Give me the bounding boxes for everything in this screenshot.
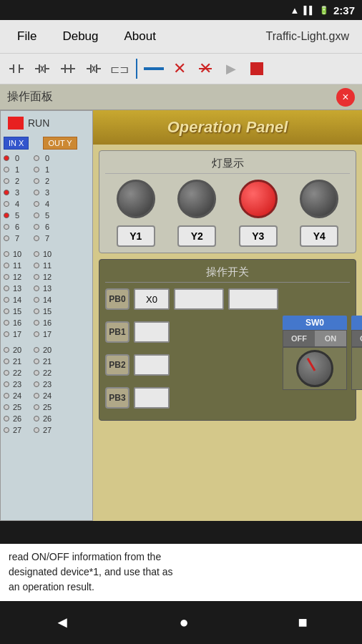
out-dot	[34, 167, 39, 172]
empty-input-2	[134, 354, 170, 376]
toolbar-btn-3[interactable]	[56, 57, 80, 81]
io-row: 21 21	[4, 356, 89, 367]
pb0-button[interactable]: PB0	[105, 288, 129, 310]
pb3-button[interactable]: PB3	[105, 387, 129, 409]
in-dot	[4, 427, 9, 433]
in-num: 22	[11, 369, 24, 377]
light-label-3[interactable]: Y3	[239, 225, 278, 247]
recent-button[interactable]: ■	[290, 606, 314, 639]
in-num: 24	[11, 391, 24, 400]
in-num: 11	[11, 261, 24, 270]
in-dot	[4, 155, 9, 161]
status-bar: ▲ ▌▌ 🔋 2:37	[0, 0, 362, 20]
in-dot	[4, 201, 9, 207]
io-row: 14 14	[4, 294, 89, 306]
in-dot	[4, 235, 9, 241]
pb1-button[interactable]: PB1	[105, 321, 129, 343]
out-dot	[34, 263, 39, 268]
out-dot	[34, 427, 39, 433]
out-num: 20	[41, 346, 54, 354]
menu-debug[interactable]: Debug	[51, 25, 109, 48]
sw0-on-button[interactable]: ON	[315, 331, 346, 346]
home-button[interactable]: ●	[172, 606, 196, 639]
menu-file[interactable]: File	[6, 25, 48, 48]
sw0-buttons: OFF ON	[283, 330, 347, 347]
status-time: 2:37	[333, 4, 355, 16]
toolbar: ⊏⊐ ✕ ✕ ▶	[0, 53, 362, 84]
pb-row-3: PB3	[105, 387, 278, 409]
panel-close-button[interactable]: ×	[336, 88, 355, 107]
wifi-icon: ▲	[290, 5, 300, 16]
in-num: 25	[11, 403, 24, 411]
out-num: 5	[41, 211, 54, 220]
out-dot	[34, 370, 39, 376]
in-num: 15	[11, 307, 24, 316]
nav-bar: ◄ ● ■	[0, 601, 362, 644]
in-num: 21	[11, 357, 24, 366]
toolbar-btn-1[interactable]	[4, 57, 29, 81]
pb2-button[interactable]: PB2	[105, 354, 129, 376]
in-num: 3	[11, 188, 24, 197]
bottom-text-area: read ON/OFF information from the designa…	[0, 544, 362, 601]
in-num: 5	[11, 211, 24, 220]
light-labels-row: Y1Y2Y3Y4	[105, 225, 350, 247]
sw0-dial[interactable]	[283, 347, 347, 390]
out-num: 14	[41, 296, 54, 304]
io-row: 17 17	[4, 328, 89, 340]
io-row: 23 23	[4, 379, 89, 390]
toolbar-btn-2[interactable]	[30, 57, 54, 81]
in-dot	[4, 167, 9, 172]
toolbar-x2-btn[interactable]: ✕	[193, 57, 217, 81]
io-row: 16 16	[4, 317, 89, 328]
panel-titlebar: 操作面板 ×	[0, 84, 362, 110]
sw1-buttons: OFF ON	[351, 330, 362, 347]
sw0-off-button[interactable]: OFF	[283, 331, 315, 346]
out-dot	[34, 393, 39, 399]
io-row: 4 4	[4, 198, 89, 210]
toolbar-play-btn[interactable]: ▶	[219, 57, 243, 81]
bottom-text-line3: an operation result.	[9, 581, 94, 592]
toolbar-btn-4[interactable]	[82, 57, 106, 81]
io-row: 27 27	[4, 424, 89, 436]
out-dot	[34, 416, 39, 421]
io-panel: RUN IN X OUT Y 0 0 1 1 2 2 3 3 4	[0, 110, 93, 521]
out-dot	[34, 155, 39, 161]
light-label-4[interactable]: Y4	[300, 225, 338, 247]
toolbar-stop-btn[interactable]	[245, 57, 269, 81]
io-row: 22 22	[4, 367, 89, 379]
toolbar-line-btn[interactable]	[142, 57, 166, 81]
out-dot	[34, 190, 39, 195]
in-num: 2	[11, 177, 24, 185]
out-dot	[34, 251, 39, 257]
menu-about[interactable]: About	[113, 25, 167, 48]
in-dot	[4, 331, 9, 337]
toolbar-x1-btn[interactable]: ✕	[167, 57, 192, 81]
x0-input[interactable]: X0	[134, 288, 170, 310]
out-dot	[34, 224, 39, 230]
light-label-2[interactable]: Y2	[177, 225, 216, 247]
out-dot	[34, 286, 39, 291]
light-4	[300, 180, 338, 218]
sw1-dial[interactable]	[351, 347, 362, 390]
pb-row-1: PB1	[105, 321, 278, 343]
io-row: 7 7	[4, 233, 89, 244]
in-num: 26	[11, 414, 24, 423]
pb-row-2: PB2	[105, 354, 278, 376]
battery-icon: 🔋	[319, 6, 329, 15]
out-dot	[34, 358, 39, 364]
io-row: 20 20	[4, 344, 89, 356]
out-num: 24	[41, 391, 54, 400]
sw0-dial-indicator	[307, 358, 316, 371]
back-button[interactable]: ◄	[47, 606, 77, 639]
out-dot	[34, 320, 39, 326]
sw1-off-button[interactable]: OFF	[352, 331, 362, 346]
light-label-1[interactable]: Y1	[117, 225, 155, 247]
out-num: 7	[41, 234, 54, 243]
light-section-label: 灯显示	[105, 157, 350, 174]
out-num: 2	[41, 177, 54, 185]
in-dot	[4, 320, 9, 326]
in-dot	[4, 381, 9, 387]
out-num: 23	[41, 380, 54, 389]
out-num: 15	[41, 307, 54, 316]
toolbar-btn-5[interactable]: ⊏⊐	[107, 57, 132, 81]
